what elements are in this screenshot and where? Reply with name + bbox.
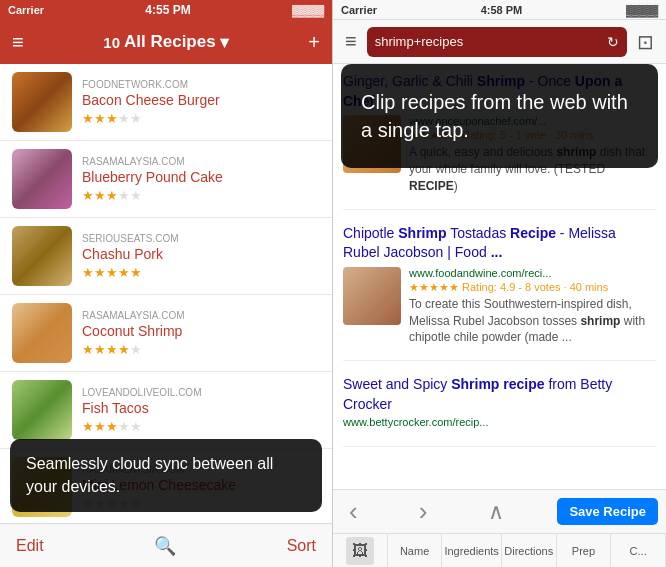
recipe-thumbnail (12, 149, 72, 209)
reload-icon[interactable]: ↻ (607, 34, 619, 50)
right-battery: ▓▓▓▓ (626, 4, 658, 16)
clip-tooltip: Clip recipes from the web with a single … (341, 64, 658, 168)
result-title[interactable]: Sweet and Spicy Shrimp recipe from Betty… (343, 375, 656, 414)
tab-prep[interactable]: Prep (557, 534, 612, 567)
list-item[interactable]: LOVEANDOLIVEOIL.COM Fish Tacos ★★★★★ (0, 372, 332, 449)
list-item[interactable]: RASAMALAYSIA.COM Coconut Shrimp ★★★★★ (0, 295, 332, 372)
left-nav-bar: ≡ 10 All Recipes ▾ + (0, 20, 332, 64)
tab-ingredients[interactable]: Ingredients (442, 534, 501, 567)
left-time: 4:55 PM (145, 3, 190, 17)
list-item[interactable]: RASAMALAYSIA.COM Blueberry Pound Cake ★★… (0, 141, 332, 218)
recipe-name: Chashu Pork (82, 246, 320, 262)
forward-button[interactable]: › (411, 492, 436, 531)
result-desc: To create this Southwestern-inspired dis… (409, 296, 656, 346)
recipe-info: FOODNETWORK.COM Bacon Cheese Burger ★★★★… (82, 79, 320, 126)
recipe-name: Bacon Cheese Burger (82, 92, 320, 108)
tab-more[interactable]: C... (611, 534, 666, 567)
tooltip-text: Seamlessly cloud sync between all your d… (26, 455, 273, 494)
right-nav-bar: ≡ shrimp+recipes ↻ ⊡ (333, 20, 666, 64)
search-bar[interactable]: shrimp+recipes ↻ (367, 27, 627, 57)
recipe-name: Fish Tacos (82, 400, 320, 416)
recipe-stars: ★★★★★ (82, 419, 320, 434)
tab-directions-label: Directions (504, 545, 553, 557)
right-carrier: Carrier (341, 4, 377, 16)
result-meta: www.foodandwine.com/reci... ★★★★★ Rating… (343, 267, 656, 346)
tab-prep-label: Prep (572, 545, 595, 557)
recipe-source: SERIOUSEATS.COM (82, 233, 320, 244)
recipe-stars: ★★★★★ (82, 188, 320, 203)
tab-directions[interactable]: Directions (502, 534, 557, 567)
photo-icon: 🖼 (346, 537, 374, 565)
chevron-icon[interactable]: ▾ (220, 32, 229, 53)
back-button[interactable]: ‹ (341, 492, 366, 531)
recipe-info: LOVEANDOLIVEOIL.COM Fish Tacos ★★★★★ (82, 387, 320, 434)
recipe-stars: ★★★★★ (82, 111, 320, 126)
recipe-info: SERIOUSEATS.COM Chashu Pork ★★★★★ (82, 233, 320, 280)
result-thumbnail (343, 267, 401, 325)
right-panel: Carrier 4:58 PM ▓▓▓▓ ≡ shrimp+recipes ↻ … (333, 0, 666, 567)
share-button[interactable]: ∧ (480, 495, 512, 529)
browser-bottom-bar: ‹ › ∧ Save Recipe (333, 489, 666, 533)
add-icon[interactable]: + (308, 31, 320, 54)
left-status-bar: Carrier 4:55 PM ▓▓▓▓ (0, 0, 332, 20)
result-stars: ★★★★★ Rating: 4.9 - 8 votes · 40 mins (409, 281, 656, 294)
recipe-source: FOODNETWORK.COM (82, 79, 320, 90)
right-status-bar: Carrier 4:58 PM ▓▓▓▓ (333, 0, 666, 20)
save-recipe-button[interactable]: Save Recipe (557, 498, 658, 525)
tab-name-label: Name (400, 545, 429, 557)
edit-button[interactable]: Edit (16, 537, 44, 555)
tab-name[interactable]: Name (388, 534, 443, 567)
bookmark-icon[interactable]: ⊡ (633, 26, 658, 58)
recipe-thumbnail (12, 72, 72, 132)
tab-more-label: C... (630, 545, 647, 557)
nav-title-text: All Recipes (124, 32, 216, 52)
recipe-thumbnail (12, 380, 72, 440)
recipe-thumbnail (12, 226, 72, 286)
left-bottom-bar: Edit 🔍 Sort (0, 523, 332, 567)
clip-tooltip-text: Clip recipes from the web with a single … (361, 91, 628, 141)
recipe-name: Blueberry Pound Cake (82, 169, 320, 185)
recipe-stars: ★★★★★ (82, 265, 320, 280)
nav-title: 10 All Recipes ▾ (103, 32, 228, 53)
result-title[interactable]: Chipotle Shrimp Tostadas Recipe - Meliss… (343, 224, 656, 263)
recipe-source: RASAMALAYSIA.COM (82, 310, 320, 321)
search-icon[interactable]: 🔍 (154, 535, 176, 557)
right-menu-icon[interactable]: ≡ (341, 26, 361, 57)
recipe-thumbnail (12, 303, 72, 363)
recipe-info: RASAMALAYSIA.COM Coconut Shrimp ★★★★★ (82, 310, 320, 357)
recipe-name: Coconut Shrimp (82, 323, 320, 339)
result-url: www.bettycrocker.com/recip... (343, 416, 656, 428)
menu-icon[interactable]: ≡ (12, 31, 24, 54)
search-result-item[interactable]: Sweet and Spicy Shrimp recipe from Betty… (343, 375, 656, 447)
recipe-count: 10 (103, 34, 120, 51)
left-battery: ▓▓▓▓ (292, 4, 324, 16)
cloud-sync-tooltip: Seamlessly cloud sync between all your d… (10, 439, 322, 512)
tab-photo[interactable]: 🖼 (333, 534, 388, 567)
list-item[interactable]: FOODNETWORK.COM Bacon Cheese Burger ★★★★… (0, 64, 332, 141)
search-query-text: shrimp+recipes (375, 34, 601, 49)
tab-bar: 🖼 Name Ingredients Directions Prep C... (333, 533, 666, 567)
recipe-info: RASAMALAYSIA.COM Blueberry Pound Cake ★★… (82, 156, 320, 203)
result-url: www.foodandwine.com/reci... (409, 267, 656, 279)
list-item[interactable]: SERIOUSEATS.COM Chashu Pork ★★★★★ (0, 218, 332, 295)
result-details: www.foodandwine.com/reci... ★★★★★ Rating… (409, 267, 656, 346)
tab-ingredients-label: Ingredients (444, 545, 498, 557)
left-panel: Carrier 4:55 PM ▓▓▓▓ ≡ 10 All Recipes ▾ … (0, 0, 333, 567)
search-result-item[interactable]: Chipotle Shrimp Tostadas Recipe - Meliss… (343, 224, 656, 362)
left-carrier: Carrier (8, 4, 44, 16)
recipe-source: LOVEANDOLIVEOIL.COM (82, 387, 320, 398)
recipe-source: RASAMALAYSIA.COM (82, 156, 320, 167)
right-time: 4:58 PM (481, 4, 523, 16)
recipe-stars: ★★★★★ (82, 342, 320, 357)
sort-button[interactable]: Sort (287, 537, 316, 555)
